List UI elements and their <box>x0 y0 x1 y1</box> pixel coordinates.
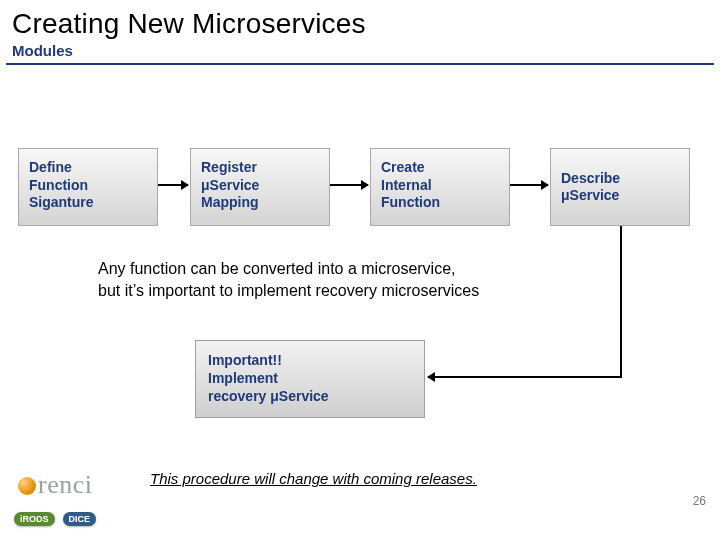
slide-subtitle: Modules <box>0 42 720 61</box>
page-number: 26 <box>693 494 706 508</box>
step-define-function-signature: Define Function Siganture <box>18 148 158 226</box>
important-line: Implement <box>208 369 412 387</box>
slide: Creating New Microservices Modules Defin… <box>0 0 720 540</box>
step-describe-service: Describe μService <box>550 148 690 226</box>
step-line: Function <box>29 177 147 195</box>
note-line: but it’s important to implement recovery… <box>98 282 479 299</box>
important-callout: Important!! Implement recovery μService <box>195 340 425 418</box>
step-line: μService <box>561 187 620 205</box>
step-line: Mapping <box>201 194 319 212</box>
arrow-icon <box>158 184 188 186</box>
slide-title: Creating New Microservices <box>0 0 720 42</box>
step-line: μService <box>201 177 319 195</box>
step-line: Register <box>201 159 319 177</box>
irods-badge: iRODS <box>14 512 55 526</box>
step-line: Define <box>29 159 147 177</box>
arrow-icon <box>330 184 368 186</box>
important-line: recovery μService <box>208 387 412 405</box>
renci-logo-text: renci <box>38 470 92 499</box>
step-line: Siganture <box>29 194 147 212</box>
dice-badge: DICE <box>63 512 97 526</box>
connector-line <box>620 226 622 378</box>
body-note: Any function can be converted into a mic… <box>98 258 618 301</box>
step-line: Internal <box>381 177 499 195</box>
title-divider <box>6 63 714 65</box>
note-line: Any function can be converted into a mic… <box>98 260 456 277</box>
renci-logo: renci <box>18 470 92 500</box>
step-register-service-mapping: Register μService Mapping <box>190 148 330 226</box>
step-line: Describe <box>561 170 620 188</box>
important-line: Important!! <box>208 351 412 369</box>
step-line: Create <box>381 159 499 177</box>
step-create-internal-function: Create Internal Function <box>370 148 510 226</box>
connector-arrow-icon <box>428 376 622 378</box>
step-line: Function <box>381 194 499 212</box>
logo-dot-icon <box>18 477 36 495</box>
footer-note: This procedure will change with coming r… <box>150 470 590 487</box>
arrow-icon <box>510 184 548 186</box>
badge-row: iRODS DICE <box>14 512 96 526</box>
steps-row: Define Function Siganture Register μServ… <box>0 148 720 238</box>
